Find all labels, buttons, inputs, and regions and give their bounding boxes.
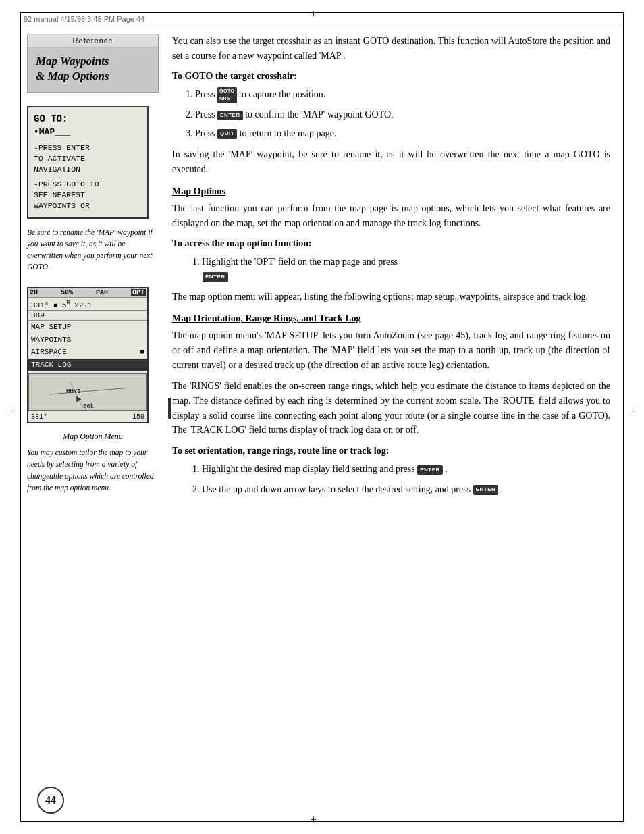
- device-bottom-bar: 331° 150: [28, 412, 147, 422]
- caption-map-option-menu: Map Option Menu: [27, 432, 159, 442]
- enter-key-4: ENTER: [473, 485, 499, 494]
- crosshair-bottom: +: [311, 814, 317, 826]
- svg-line-1: [90, 388, 130, 391]
- map-waypoints-box: Map Waypoints & Map Options: [27, 47, 159, 93]
- page-border-right: [623, 12, 624, 822]
- main-content: You can also use the target crosshair as…: [172, 34, 610, 500]
- device-menu-area: MAP SETUP WAYPOINTS AIRSPACE ■ TRACK LOG: [28, 321, 147, 371]
- save-para: In saving the 'MAP' waypoint, be sure to…: [172, 147, 610, 176]
- svg-text:HHYI: HHYI: [66, 388, 81, 395]
- menu-airspace: AIRSPACE ■: [28, 346, 147, 359]
- press-enter-1: -PRESS ENTER: [34, 142, 142, 153]
- press-enter-2: TO ACTIVATE: [34, 153, 142, 164]
- step-access-1: 1. Highlight the 'OPT' field on the map …: [192, 255, 610, 284]
- access-heading: To access the map option function:: [172, 238, 610, 249]
- quit-key: QUIT: [217, 129, 237, 138]
- set-heading: To set orientation, range rings, route l…: [172, 446, 610, 457]
- enter-key-2: ENTER: [203, 272, 228, 282]
- device-menu-list: MAP SETUP WAYPOINTS AIRSPACE ■ TRACK LOG: [28, 321, 147, 371]
- goto-nrst-key: GOTONRST: [217, 87, 236, 103]
- reference-tab: Reference: [27, 34, 159, 47]
- menu-map-setup: MAP SETUP: [28, 321, 147, 334]
- device-map-area: HHYI 50k: [28, 373, 147, 411]
- goto-label: GO TO:: [34, 113, 142, 126]
- intro-para: You can also use the target crosshair as…: [172, 34, 610, 63]
- step-goto-3: 3. Press QUIT to return to the map page.: [186, 126, 610, 141]
- page-border-top: [20, 12, 624, 13]
- crosshair-right: +: [630, 405, 636, 417]
- sidebar-title: Map Waypoints & Map Options: [36, 54, 150, 84]
- press-goto-1: -PRESS GOTO TO: [34, 179, 142, 190]
- press-goto-2: SEE NEAREST: [34, 190, 142, 201]
- left-sidebar: Reference Map Waypoints & Map Options GO…: [27, 34, 159, 507]
- orientation-para2: The 'RINGS' field enables the on-screen …: [172, 379, 610, 438]
- caption-tailor: You may custom tailor the map to your ne…: [27, 447, 159, 494]
- map-options-heading: Map Options: [172, 186, 610, 197]
- device-screen-goto: GO TO: ▪MAP___ -PRESS ENTER TO ACTIVATE …: [27, 106, 149, 218]
- step-goto-1: 1. Press GOTONRST to capture the positio…: [186, 87, 610, 103]
- reference-label: Reference: [73, 36, 113, 45]
- svg-text:50k: 50k: [83, 403, 94, 410]
- svg-marker-4: [74, 395, 82, 402]
- device-screen-map: 2H 50% PAH OPT 331° ■ 5R 22.1 389 MAP SE…: [27, 287, 149, 424]
- enter-key-1: ENTER: [217, 111, 243, 120]
- enter-key-3: ENTER: [417, 465, 443, 475]
- goto-heading: To GOTO the target crosshair:: [172, 71, 610, 82]
- map-options-para: The last function you can perform from t…: [172, 201, 610, 230]
- header-bar: 92 manual 4/15/98 3:48 PM Page 44: [24, 15, 620, 26]
- device-header-row: 2H 50% PAH OPT: [28, 288, 147, 298]
- header-text: 92 manual 4/15/98 3:48 PM Page 44: [24, 15, 620, 23]
- device-data-row: 331° ■ 5R 22.1: [28, 298, 147, 311]
- access-para: The map option menu will appear, listing…: [172, 290, 610, 305]
- section-marker-map-options: [168, 398, 171, 419]
- orientation-para1: The map option menu's 'MAP SETUP' lets y…: [172, 328, 610, 372]
- step-goto-2: 2. Press ENTER to confirm the 'MAP' wayp…: [186, 107, 610, 122]
- step-set-1: 1. Highlight the desired map display fie…: [192, 462, 610, 477]
- press-enter-3: NAVIGATION: [34, 164, 142, 175]
- caption-goto: Be sure to rename the 'MAP' waypoint if …: [27, 227, 159, 273]
- menu-waypoints: WAYPOINTS: [28, 334, 147, 346]
- page-number: 44: [37, 787, 64, 814]
- menu-tracklog: TRACK LOG: [28, 359, 147, 371]
- crosshair-left: +: [8, 405, 14, 417]
- device-map-svg: HHYI 50k: [29, 374, 147, 411]
- orientation-heading: Map Orientation, Range Rings, and Track …: [172, 313, 610, 324]
- device-data2: 389: [28, 311, 147, 321]
- step-set-2: 2. Use the up and down arrow keys to sel…: [192, 482, 610, 497]
- map-label: ▪MAP___: [34, 126, 142, 138]
- page-border-bottom: [20, 821, 624, 822]
- page-border-left: [20, 12, 21, 822]
- press-goto-3: WAYPOINTS OR: [34, 201, 142, 211]
